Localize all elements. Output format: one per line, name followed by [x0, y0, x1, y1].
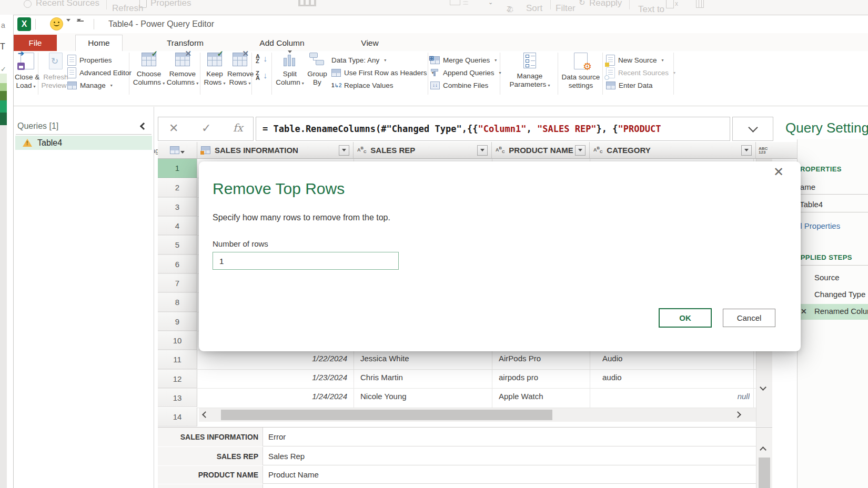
background-excel-ribbon: Recent Sources Refresh Properties ⌄ Z Z↓… [0, 0, 868, 15]
row-number[interactable]: 5 [158, 236, 197, 255]
merge-queries-button[interactable]: ⊞ Merge Queries▾ [430, 55, 497, 65]
cell-category[interactable]: audio [602, 373, 747, 382]
filter-dropdown-icon[interactable] [339, 145, 349, 156]
cell-null[interactable]: null [602, 392, 750, 401]
rows-input[interactable] [213, 252, 399, 270]
column-header-sales-rep[interactable]: ABC SALES REP [354, 142, 492, 159]
customize-toolbar-icon[interactable] [77, 21, 84, 31]
manage-parameters-button[interactable]: ManageParameters▾ [503, 53, 557, 94]
row-number[interactable]: 12 [158, 370, 197, 388]
delete-step-icon[interactable]: ✕ [801, 307, 807, 316]
filter-dropdown-icon[interactable] [575, 145, 586, 156]
bg-ex-glyph: x [675, 0, 678, 7]
cell-product[interactable]: Apple Watch [499, 392, 586, 401]
divider [106, 0, 107, 9]
sort-ascending-button[interactable]: AZ↓ [256, 54, 267, 64]
row-number[interactable]: 11 [158, 350, 197, 369]
row-number[interactable]: 1 [158, 159, 197, 178]
preview-value-text: Product Name [268, 470, 319, 479]
fx-icon[interactable]: fx [233, 121, 243, 134]
cancel-formula-icon[interactable]: ✕ [169, 121, 178, 135]
grid-corner-cell[interactable] [158, 142, 197, 159]
grid-horizontal-scrollbar[interactable] [199, 408, 756, 422]
keep-rows-button[interactable]: ✓ KeepRows▾ [202, 53, 227, 94]
scrollbar-thumb[interactable] [759, 458, 770, 488]
divider [629, 0, 630, 9]
column-header-sales-information[interactable]: SALES INFORMATION [197, 142, 354, 159]
row-number[interactable]: 8 [158, 293, 197, 312]
split-column-button[interactable]: SplitColumn▾ [276, 53, 304, 94]
enter-data-icon [606, 82, 615, 89]
row-number[interactable]: 2 [158, 178, 197, 197]
remove-columns-button[interactable]: ✕ RemoveColumns▾ [166, 53, 199, 94]
group-by-button[interactable]: GroupBy [304, 53, 330, 94]
smiley-icon[interactable] [50, 17, 63, 30]
cell-product[interactable]: AirPods Pro [499, 354, 586, 363]
append-queries-button[interactable]: Append Queries▾ [430, 68, 501, 77]
cell-date[interactable]: 1/24/2024 [197, 392, 347, 401]
refresh-preview-button[interactable]: ↻ RefreshPreview▾ [41, 53, 70, 94]
scroll-right-icon[interactable] [734, 411, 741, 418]
properties-icon [67, 55, 76, 66]
column-header-category[interactable]: ABC CATEGORY [590, 142, 756, 159]
replace-values-button[interactable]: 1↳2 Replace Values [331, 80, 393, 90]
formula-input[interactable]: = Table.RenameColumns(#"Changed Type",{{… [256, 117, 730, 141]
row-number[interactable]: 13 [158, 389, 197, 407]
scrollbar-thumb[interactable] [221, 410, 552, 420]
manage-button[interactable]: Manage▾ [67, 80, 113, 90]
tab-add-column[interactable]: Add Column [247, 35, 317, 51]
applied-step-renamed-selected[interactable]: ✕ Renamed Columns [797, 304, 868, 320]
smiley-dropdown-icon[interactable] [66, 22, 70, 31]
scroll-down-icon[interactable] [760, 384, 766, 391]
preview-row-value: Error [263, 428, 756, 446]
combine-files-button[interactable]: ↓↓ Combine Files [430, 80, 488, 90]
cell-date[interactable]: 1/22/2024 [197, 354, 347, 363]
new-source-button[interactable]: New Source▾ [606, 55, 664, 65]
cell-date[interactable]: 1/23/2024 [197, 373, 347, 382]
row-number[interactable]: 14 [158, 408, 197, 426]
scroll-left-icon[interactable] [202, 411, 209, 418]
advanced-editor-button[interactable]: Advanced Editor [67, 68, 132, 77]
group-by-icon [309, 53, 325, 66]
preview-vertical-scrollbar[interactable] [756, 428, 772, 488]
row-number[interactable]: 6 [158, 255, 197, 273]
filter-dropdown-icon[interactable] [477, 145, 488, 156]
cell-sales-rep[interactable]: Nicole Young [360, 392, 487, 401]
data-source-settings-button[interactable]: ⚙ Data sourcesettings [561, 53, 601, 94]
remove-rows-button[interactable]: ✕ RemoveRows▾ [227, 53, 253, 94]
commit-formula-icon[interactable]: ✓ [201, 121, 211, 135]
dialog-close-icon[interactable]: ✕ [773, 165, 784, 179]
cell-sales-rep[interactable]: Jessica White [360, 354, 487, 363]
row-number[interactable]: 3 [158, 198, 197, 216]
tab-home[interactable]: Home [75, 35, 123, 51]
cell-category[interactable]: Audio [602, 354, 747, 363]
properties-button[interactable]: Properties [67, 55, 112, 65]
name-field-value[interactable]: Table4 [800, 200, 823, 209]
recent-sources-button[interactable]: Recent Sources▾ [606, 68, 675, 77]
row-number[interactable]: 9 [158, 312, 197, 331]
row-number[interactable]: 4 [158, 217, 197, 235]
formula-expand-button[interactable] [732, 117, 773, 141]
cancel-button[interactable]: Cancel [723, 309, 775, 327]
tab-view[interactable]: View [349, 35, 391, 51]
applied-step-changed-type[interactable]: Changed Type [814, 290, 865, 299]
cell-product[interactable]: airpods pro [499, 373, 586, 382]
enter-data-button[interactable]: Enter Data [606, 80, 653, 90]
column-header-product-name[interactable]: ABC PRODUCT NAME [492, 142, 590, 159]
collapse-pane-icon[interactable] [140, 123, 147, 130]
row-number[interactable]: 7 [158, 274, 197, 292]
data-type-button[interactable]: Data Type: Any▾ [331, 55, 386, 65]
cell-sales-rep[interactable]: Chris Martin [360, 373, 487, 382]
query-item-table4[interactable]: ! Table4 [15, 136, 152, 150]
scroll-up-icon[interactable] [760, 446, 766, 453]
use-first-row-button[interactable]: Use First Row as Headers▾ [331, 68, 434, 77]
filter-dropdown-icon[interactable] [741, 145, 752, 156]
row-number[interactable]: 10 [158, 331, 197, 350]
tab-home-label: Home [88, 38, 109, 48]
sort-descending-button[interactable]: ZA↓ [256, 71, 267, 80]
choose-columns-button[interactable]: ✓ ChooseColumns▾ [133, 53, 165, 94]
applied-step-source[interactable]: Source [814, 273, 840, 282]
preview-row-label: SALES REP [158, 447, 263, 465]
close-and-load-button[interactable]: ➔ Close &Load▾ [15, 53, 37, 94]
ok-button[interactable]: OK [659, 308, 712, 328]
